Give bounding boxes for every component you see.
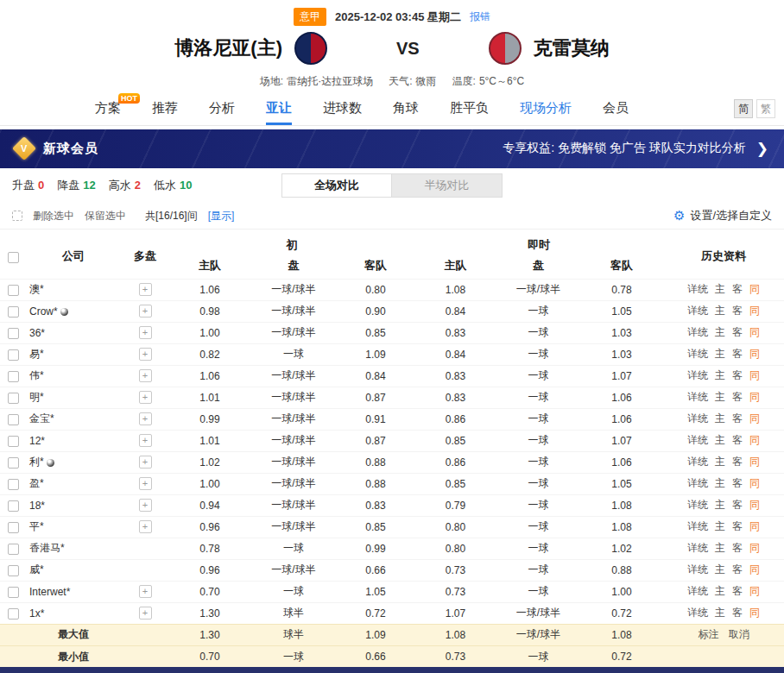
nav-tab-7[interactable]: 胜平负: [450, 91, 489, 125]
row-checkbox[interactable]: [8, 587, 19, 598]
history-link[interactable]: 同: [749, 434, 760, 446]
history-link[interactable]: 主: [715, 391, 725, 403]
multi-odds-button[interactable]: [139, 412, 152, 425]
history-link[interactable]: 主: [715, 369, 725, 381]
history-link[interactable]: 同: [749, 412, 760, 425]
company-name[interactable]: 伟*: [29, 369, 44, 381]
history-link[interactable]: 同: [749, 326, 760, 338]
history-link[interactable]: 详统: [687, 499, 708, 511]
multi-odds-button[interactable]: [139, 326, 152, 339]
row-checkbox[interactable]: [8, 306, 19, 318]
multi-odds-button[interactable]: [139, 348, 152, 361]
multi-odds-button[interactable]: [139, 283, 152, 296]
company-name[interactable]: 36*: [29, 327, 45, 339]
company-name[interactable]: 1x*: [29, 607, 44, 620]
history-link[interactable]: 同: [749, 563, 760, 576]
history-link[interactable]: 主: [715, 542, 725, 554]
history-link[interactable]: 同: [749, 607, 760, 619]
history-link[interactable]: 主: [715, 585, 725, 597]
row-checkbox[interactable]: [8, 371, 19, 382]
history-link[interactable]: 客: [732, 477, 743, 489]
vip-banner[interactable]: V 新球会员 专享权益: 免费解锁 免广告 球队实力对比分析 ❯: [0, 129, 784, 168]
nav-tab-8[interactable]: 现场分析: [520, 91, 572, 125]
history-link[interactable]: 详统: [687, 434, 708, 446]
history-link[interactable]: 同: [749, 585, 760, 597]
history-link[interactable]: 主: [715, 499, 725, 511]
company-name[interactable]: 18*: [29, 500, 45, 512]
history-link[interactable]: 客: [732, 456, 743, 468]
nav-tab-4[interactable]: 亚让: [266, 91, 292, 125]
company-name[interactable]: 澳*: [29, 283, 44, 295]
multi-odds-button[interactable]: [139, 499, 152, 512]
history-link[interactable]: 详统: [687, 607, 708, 619]
company-name[interactable]: 香港马*: [29, 542, 65, 554]
multi-odds-button[interactable]: [139, 477, 152, 490]
multi-odds-button[interactable]: [139, 520, 152, 533]
company-name[interactable]: 利*: [29, 456, 44, 468]
history-link[interactable]: 客: [732, 391, 743, 403]
show-link[interactable]: [显示]: [208, 209, 235, 223]
history-link[interactable]: 客: [732, 305, 743, 317]
history-link[interactable]: 同: [749, 520, 760, 532]
history-link[interactable]: 主: [715, 283, 725, 295]
history-link[interactable]: 主: [715, 520, 725, 532]
history-link[interactable]: 详统: [687, 305, 708, 317]
company-name[interactable]: 盈*: [29, 477, 44, 489]
keep-selected-button[interactable]: 保留选中: [85, 209, 126, 223]
select-box-icon[interactable]: [12, 211, 22, 221]
row-checkbox[interactable]: [8, 457, 19, 469]
lang-traditional-button[interactable]: 繁: [756, 99, 775, 118]
history-link[interactable]: 详统: [687, 348, 708, 360]
history-link[interactable]: 同: [749, 369, 760, 381]
history-link[interactable]: 主: [715, 563, 725, 576]
nav-tab-5[interactable]: 进球数: [323, 91, 362, 125]
history-link[interactable]: 主: [715, 412, 725, 425]
history-link[interactable]: 客: [732, 563, 743, 576]
history-link[interactable]: 客: [732, 283, 743, 295]
company-name[interactable]: 易*: [29, 348, 44, 360]
tab-full-match[interactable]: 全场对比: [281, 173, 392, 198]
history-link[interactable]: 详统: [687, 563, 708, 576]
nav-tab-2[interactable]: 推荐: [152, 91, 178, 125]
nav-tab-1[interactable]: 方案HOT: [95, 91, 121, 125]
history-link[interactable]: 客: [732, 434, 743, 446]
history-link[interactable]: 同: [749, 499, 760, 511]
history-link[interactable]: 同: [749, 456, 760, 468]
history-link[interactable]: 客: [732, 412, 743, 425]
multi-odds-button[interactable]: [139, 434, 152, 447]
delete-selected-button[interactable]: 删除选中: [33, 209, 74, 223]
company-name[interactable]: 威*: [29, 563, 44, 576]
row-checkbox[interactable]: [8, 608, 19, 620]
chevron-right-icon[interactable]: ❯: [756, 140, 768, 158]
row-checkbox[interactable]: [8, 500, 19, 512]
history-link[interactable]: 详统: [687, 477, 708, 489]
row-checkbox[interactable]: [8, 328, 19, 339]
multi-odds-button[interactable]: [139, 369, 152, 382]
history-link[interactable]: 主: [715, 348, 725, 360]
history-link[interactable]: 同: [749, 348, 760, 360]
row-checkbox[interactable]: [8, 544, 19, 555]
company-name[interactable]: 平*: [29, 520, 44, 532]
select-all-checkbox[interactable]: [8, 252, 19, 263]
multi-odds-button[interactable]: [139, 585, 152, 598]
history-link[interactable]: 客: [732, 369, 743, 381]
tab-half-match[interactable]: 半场对比: [392, 173, 503, 198]
vip-banner-right[interactable]: 专享权益: 免费解锁 免广告 球队实力对比分析 ❯: [503, 140, 768, 158]
history-link[interactable]: 同: [749, 305, 760, 317]
nav-tab-3[interactable]: 分析: [209, 91, 235, 125]
history-link[interactable]: 主: [715, 477, 725, 489]
history-link[interactable]: 详统: [687, 585, 708, 597]
history-link[interactable]: 同: [749, 477, 760, 489]
company-name[interactable]: 金宝*: [29, 412, 54, 425]
history-link[interactable]: 详统: [687, 412, 708, 425]
history-link[interactable]: 详统: [687, 520, 708, 532]
multi-odds-button[interactable]: [139, 607, 152, 620]
history-link[interactable]: 同: [749, 542, 760, 554]
history-link[interactable]: 详统: [687, 283, 708, 295]
history-link[interactable]: 同: [749, 391, 760, 403]
history-link[interactable]: 客: [732, 499, 743, 511]
history-link[interactable]: 主: [715, 326, 725, 338]
history-link[interactable]: 客: [732, 585, 743, 597]
company-name[interactable]: Interwet*: [29, 586, 70, 598]
history-link[interactable]: 客: [732, 607, 743, 619]
